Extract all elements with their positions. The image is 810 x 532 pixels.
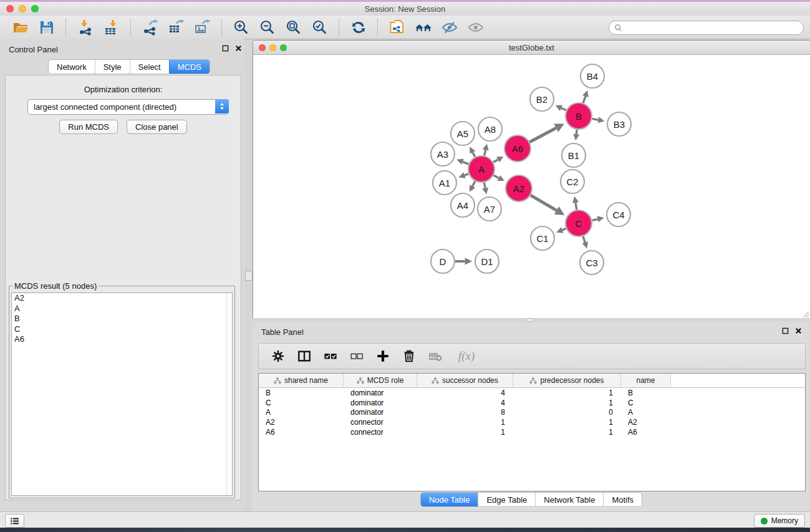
import-table-icon[interactable] [101, 18, 122, 37]
graph-node-C[interactable]: C [566, 210, 592, 236]
table-tab-node-table[interactable]: Node Table [421, 493, 478, 506]
graph-node-D[interactable]: D [431, 249, 455, 273]
export-table-icon[interactable] [166, 18, 187, 37]
graph-node-B1[interactable]: B1 [562, 143, 586, 167]
graph-node-C1[interactable]: C1 [531, 226, 554, 250]
optimization-criterion-select[interactable]: largest connected component (directed) [27, 99, 229, 115]
graph-node-B3[interactable]: B3 [607, 112, 631, 136]
table-tab-network-table[interactable]: Network Table [535, 493, 603, 506]
column-header-mcds-role[interactable]: MCDS role [344, 374, 417, 387]
zoom-in-icon[interactable] [231, 18, 252, 37]
graph-edge-C-C2[interactable] [576, 203, 577, 210]
task-history-button[interactable] [5, 514, 24, 528]
graph-edge-C-C3[interactable] [583, 236, 585, 243]
add-column-icon[interactable] [372, 346, 394, 367]
column-header-predecessor-nodes[interactable]: predecessor nodes [513, 374, 621, 387]
graph-edge-C-C1[interactable] [562, 228, 566, 230]
zoom-fit-icon[interactable] [283, 18, 304, 37]
resize-grip-icon[interactable] [801, 310, 809, 318]
graph-node-B2[interactable]: B2 [530, 87, 554, 111]
new-network-from-selection-icon[interactable] [387, 18, 408, 37]
export-image-icon[interactable] [192, 18, 213, 37]
graph-edge-A-A6[interactable] [493, 160, 498, 162]
graph-edge-A6-B[interactable] [529, 128, 556, 142]
graph-node-D1[interactable]: D1 [475, 249, 499, 273]
graph-node-B[interactable]: B [566, 103, 592, 129]
graph-edge-C-C4[interactable] [592, 219, 598, 220]
graph-node-C4[interactable]: C4 [607, 203, 630, 226]
graph-edge-A-A7[interactable] [484, 183, 485, 188]
graph-edge-A-A5[interactable] [473, 152, 475, 157]
search-field[interactable] [609, 21, 804, 35]
graph-edge-A-A1[interactable] [465, 174, 468, 175]
network-window-titlebar[interactable]: testGlobe.txt [253, 41, 810, 55]
table-row[interactable]: Bdominator41B [259, 388, 805, 398]
network-canvas[interactable]: B4B2BB3A8A5A6A3B1AC2A1A2A4A7C4CC1C3DD1 [253, 55, 809, 317]
graph-edge-A-A4[interactable] [473, 181, 475, 186]
column-header-name[interactable]: name [621, 374, 671, 387]
first-neighbors-icon[interactable] [413, 18, 434, 37]
graph-edge-B-B3[interactable] [592, 118, 599, 120]
close-table-panel-button[interactable] [794, 327, 803, 335]
graph-edge-B-B1[interactable] [576, 130, 577, 134]
table-tab-edge-table[interactable]: Edge Table [478, 493, 535, 506]
open-session-icon[interactable] [10, 18, 31, 37]
graph-node-A4[interactable]: A4 [451, 193, 475, 217]
graph-node-A6[interactable]: A6 [504, 135, 531, 162]
hide-selected-icon[interactable] [439, 18, 460, 37]
graph-node-A5[interactable]: A5 [451, 122, 475, 145]
graph-node-A8[interactable]: A8 [478, 117, 502, 141]
function-builder-button[interactable]: f(x) [455, 349, 478, 364]
refresh-icon[interactable] [348, 18, 369, 37]
search-input[interactable] [625, 23, 798, 33]
column-header-shared-name[interactable]: shared name [259, 374, 344, 387]
memory-button[interactable]: Memory [754, 514, 805, 528]
export-network-icon[interactable] [140, 18, 161, 37]
table-tab-motifs[interactable]: Motifs [603, 493, 642, 506]
mcds-result-item[interactable]: B [12, 314, 232, 324]
graph-node-A3[interactable]: A3 [431, 142, 455, 166]
zoom-out-icon[interactable] [257, 18, 278, 37]
column-visibility-icon[interactable] [293, 346, 316, 367]
graph-node-C3[interactable]: C3 [580, 251, 604, 274]
graph-node-B4[interactable]: B4 [581, 64, 604, 88]
graph-edge-A-A8[interactable] [485, 150, 486, 155]
table-row[interactable]: A6connector11A6 [259, 427, 805, 437]
graph-edge-B-B4[interactable] [583, 96, 586, 103]
column-header-successor-nodes[interactable]: successor nodes [417, 374, 513, 387]
graph-node-A7[interactable]: A7 [478, 197, 501, 221]
save-session-icon[interactable] [36, 18, 57, 37]
tab-select[interactable]: Select [130, 60, 169, 74]
deselect-all-checkboxes-icon[interactable] [345, 346, 368, 367]
mcds-result-item[interactable]: A2 [12, 293, 232, 304]
graph-edge-A-A3[interactable] [463, 162, 469, 164]
graph-node-C2[interactable]: C2 [561, 170, 584, 193]
graph-node-A2[interactable]: A2 [506, 175, 532, 201]
run-mcds-button[interactable]: Run MCDS [59, 120, 118, 134]
float-control-panel-button[interactable] [221, 44, 229, 52]
graph-edge-A2-C[interactable] [531, 195, 557, 210]
mcds-result-item[interactable]: A [12, 304, 232, 314]
graph-edge-A-A2[interactable] [494, 175, 499, 178]
tab-mcds[interactable]: MCDS [169, 60, 210, 74]
vertical-splitter-handle[interactable] [245, 271, 253, 281]
tab-network[interactable]: Network [49, 60, 95, 74]
table-row[interactable]: A2connector11A2 [259, 417, 805, 427]
graph-edge-B-B2[interactable] [561, 108, 566, 110]
mcds-result-item[interactable]: C [12, 324, 232, 335]
zoom-selected-icon[interactable] [309, 18, 330, 37]
table-row[interactable]: Cdominator41C [259, 398, 805, 408]
select-all-checkboxes-icon[interactable] [319, 346, 342, 367]
close-control-panel-button[interactable] [234, 44, 243, 52]
float-table-panel-button[interactable] [781, 327, 789, 335]
delete-column-icon[interactable] [398, 346, 420, 367]
scrollbar-track[interactable] [226, 293, 232, 495]
table-row[interactable]: Adominator80A [259, 408, 805, 418]
mcds-result-item[interactable]: A6 [12, 334, 232, 345]
tab-style[interactable]: Style [95, 60, 130, 74]
settings-gear-icon[interactable] [267, 346, 289, 367]
close-mcds-panel-button[interactable]: Close panel [127, 120, 187, 134]
graph-node-A1[interactable]: A1 [433, 171, 456, 195]
mcds-result-list[interactable]: A2ABCA6 [11, 293, 233, 496]
graph-node-A[interactable]: A [468, 156, 494, 182]
